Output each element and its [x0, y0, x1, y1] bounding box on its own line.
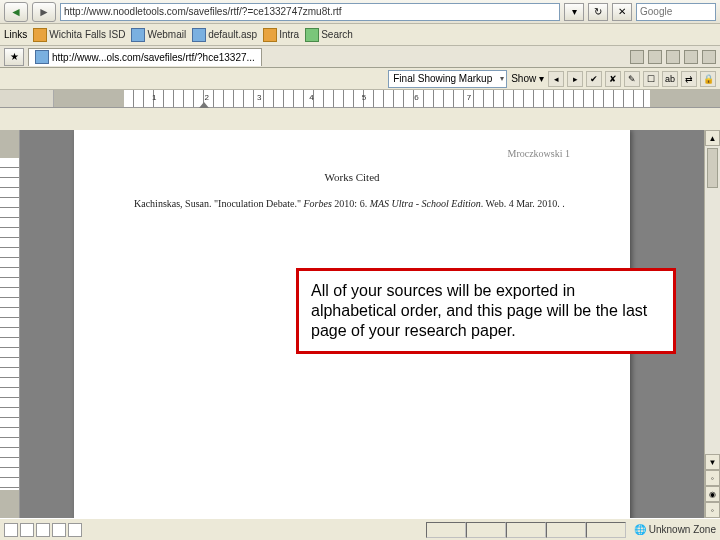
feeds-icon[interactable]	[648, 50, 662, 64]
status-cell	[506, 522, 546, 538]
tab-bar: ★ http://www...ols.com/savefiles/rtf/?hc…	[0, 46, 720, 68]
web-view-icon[interactable]	[20, 523, 34, 537]
status-cell	[426, 522, 466, 538]
link-item[interactable]: Search	[305, 28, 353, 42]
annotation-callout: All of your sources will be exported in …	[296, 268, 676, 354]
vertical-ruler[interactable]	[0, 130, 20, 518]
review-icons: ◂ ▸ ✔ ✘ ✎ ☐ ab ⇄ 🔒	[548, 71, 716, 87]
link-item[interactable]: default.asp	[192, 28, 257, 42]
home-icon[interactable]	[630, 50, 644, 64]
callout-text: All of your sources will be exported in …	[311, 282, 647, 339]
reviewing-toolbar: Final Showing Markup Show ▾ ◂ ▸ ✔ ✘ ✎ ☐ …	[0, 68, 720, 90]
tools-menu-icon[interactable]	[702, 50, 716, 64]
link-item[interactable]: Webmail	[131, 28, 186, 42]
link-item[interactable]: Wichita Falls ISD	[33, 28, 125, 42]
browser-tab[interactable]: http://www...ols.com/savefiles/rtf/?hce1…	[28, 48, 262, 66]
show-menu[interactable]: Show ▾	[511, 73, 544, 84]
track-changes-icon[interactable]: ⇄	[681, 71, 697, 87]
page-menu-icon[interactable]	[684, 50, 698, 64]
scroll-down-button[interactable]: ▼	[705, 454, 720, 470]
status-cell	[586, 522, 626, 538]
normal-view-icon[interactable]	[4, 523, 18, 537]
security-zone[interactable]: 🌐 Unknown Zone	[634, 524, 716, 535]
browse-object-button[interactable]: ◉	[705, 486, 720, 502]
next-change-icon[interactable]: ▸	[567, 71, 583, 87]
forward-button[interactable]: ►	[32, 2, 56, 22]
next-page-button[interactable]: ◦	[705, 502, 720, 518]
links-bar: Links Wichita Falls ISD Webmail default.…	[0, 24, 720, 46]
reject-change-icon[interactable]: ✘	[605, 71, 621, 87]
status-cells	[426, 522, 626, 538]
prev-page-button[interactable]: ◦	[705, 470, 720, 486]
works-cited-title: Works Cited	[134, 171, 570, 183]
status-cell	[546, 522, 586, 538]
back-button[interactable]: ◄	[4, 2, 28, 22]
favicon-icon	[131, 28, 145, 42]
prev-change-icon[interactable]: ◂	[548, 71, 564, 87]
print-view-icon[interactable]	[36, 523, 50, 537]
horizontal-ruler[interactable]: 1 2 3 4 5 6 7	[0, 90, 720, 108]
protect-icon[interactable]: 🔒	[700, 71, 716, 87]
tab-tools	[630, 50, 716, 64]
print-icon[interactable]	[666, 50, 680, 64]
nav-toolbar: ◄ ► ▾ ↻ ✕	[0, 0, 720, 24]
refresh-button[interactable]: ↻	[588, 3, 608, 21]
view-buttons	[4, 523, 82, 537]
balloon-icon[interactable]: ☐	[643, 71, 659, 87]
outline-view-icon[interactable]	[52, 523, 66, 537]
address-bar[interactable]	[60, 3, 560, 21]
comment-icon[interactable]: ✎	[624, 71, 640, 87]
tab-favicon-icon	[35, 50, 49, 64]
page-gutter	[20, 130, 54, 518]
go-button[interactable]: ▾	[564, 3, 584, 21]
favicon-icon	[263, 28, 277, 42]
search-input[interactable]	[636, 3, 716, 21]
indent-marker-icon[interactable]	[199, 102, 209, 108]
favicon-icon	[305, 28, 319, 42]
markup-dropdown[interactable]: Final Showing Markup	[388, 70, 507, 88]
ruler-numbers: 1 2 3 4 5 6 7	[152, 93, 471, 102]
reading-view-icon[interactable]	[68, 523, 82, 537]
favicon-icon	[192, 28, 206, 42]
page-header-name: Mroczkowski 1	[134, 148, 570, 159]
highlight-icon[interactable]: ab	[662, 71, 678, 87]
accept-change-icon[interactable]: ✔	[586, 71, 602, 87]
vertical-scrollbar[interactable]: ▲ ▼ ◦ ◉ ◦	[704, 130, 720, 518]
stop-button[interactable]: ✕	[612, 3, 632, 21]
status-bar: 🌐 Unknown Zone	[0, 518, 720, 540]
citation-entry: Kachinskas, Susan. "Inoculation Debate."…	[134, 195, 570, 213]
favicon-icon	[33, 28, 47, 42]
link-item[interactable]: Intra	[263, 28, 299, 42]
tab-title: http://www...ols.com/savefiles/rtf/?hce1…	[52, 52, 255, 63]
zone-label: Unknown Zone	[649, 524, 716, 535]
scroll-up-button[interactable]: ▲	[705, 130, 720, 146]
zone-icon: 🌐	[634, 524, 646, 535]
scroll-thumb[interactable]	[707, 148, 718, 188]
favorites-button[interactable]: ★	[4, 48, 24, 66]
status-cell	[466, 522, 506, 538]
links-label: Links	[4, 29, 27, 40]
